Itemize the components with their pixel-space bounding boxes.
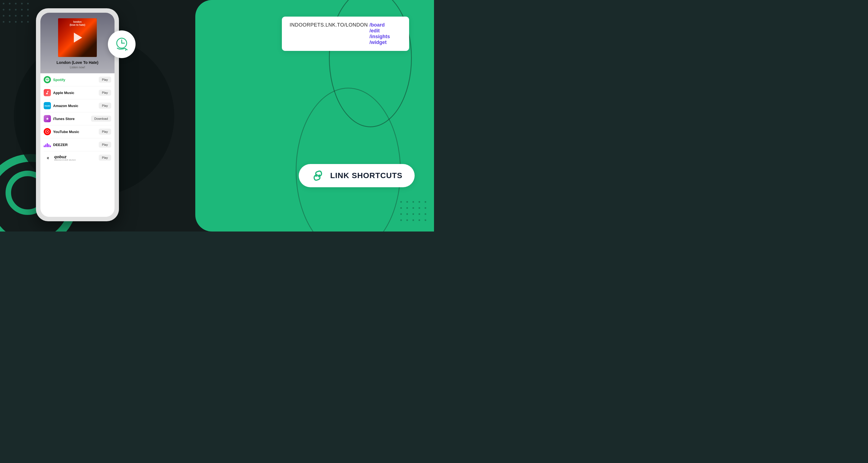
url-content: INDOORPETS.LNK.TO/LONDON /board /edit /i… <box>289 22 401 45</box>
dot-grid-top-left <box>3 3 31 25</box>
song-subtitle: Listen now! <box>70 66 85 69</box>
dot-grid-bottom-right <box>400 201 429 223</box>
svg-rect-3 <box>47 143 48 147</box>
svg-rect-5 <box>50 146 51 147</box>
youtube-music-label: YouTube Music <box>53 130 79 134</box>
apple-music-icon <box>44 89 51 96</box>
svg-rect-2 <box>45 144 46 147</box>
play-icon <box>74 33 82 42</box>
spotify-icon <box>44 76 51 83</box>
svg-rect-1 <box>44 146 45 147</box>
svg-rect-4 <box>49 144 50 147</box>
spotify-play-button[interactable]: Play <box>99 76 111 83</box>
url-path-widget: /widget <box>370 39 390 45</box>
apple-music-label: Apple Music <box>53 91 74 95</box>
scene: london(love to hate) London (Love To Hat… <box>0 0 434 232</box>
phone-mockup: london(love to hate) London (Love To Hat… <box>36 8 119 221</box>
link-shortcuts-button[interactable]: LINK SHORTCUTS <box>299 164 415 187</box>
list-item: DEEZER Play <box>44 138 111 151</box>
service-left: Spotify <box>44 76 65 83</box>
clock-badge <box>108 30 135 58</box>
url-paths: /board /edit /insights /widget <box>370 22 390 45</box>
list-item: Apple Music Play <box>44 86 111 99</box>
service-list: Spotify Play Apple Music Play <box>40 73 115 217</box>
service-left: ★ iTunes Store <box>44 115 75 122</box>
service-left: q qobuz REDISCOVER MUSIC <box>44 154 76 161</box>
url-box: INDOORPETS.LNK.TO/LONDON /board /edit /i… <box>282 17 409 51</box>
amazon-music-label: Amazon Music <box>53 104 78 108</box>
deezer-icon <box>44 141 51 148</box>
url-path-insights: /insights <box>370 34 390 39</box>
itunes-download-button[interactable]: Download <box>91 116 111 122</box>
list-item: music Amazon Music Play <box>44 99 111 112</box>
play-overlay <box>58 18 97 57</box>
clock-icon <box>114 36 130 53</box>
service-left: YouTube Music <box>44 128 79 135</box>
deezer-play-button[interactable]: Play <box>99 142 111 148</box>
url-path-board: /board <box>370 22 390 28</box>
list-item: Spotify Play <box>44 73 111 86</box>
song-title: London (Love To Hate) <box>56 60 98 65</box>
link-shortcuts-label: LINK SHORTCUTS <box>330 171 402 180</box>
url-path-edit: /edit <box>370 28 390 34</box>
apple-music-play-button[interactable]: Play <box>99 90 111 96</box>
phone-header: london(love to hate) London (Love To Hat… <box>40 13 115 73</box>
album-art: london(love to hate) <box>58 18 97 57</box>
service-left: Apple Music <box>44 89 74 96</box>
url-base-text: INDOORPETS.LNK.TO/LONDON <box>289 22 368 28</box>
service-left: DEEZER <box>44 141 68 148</box>
youtube-music-play-button[interactable]: Play <box>99 129 111 135</box>
deezer-label: DEEZER <box>53 143 68 147</box>
service-left: music Amazon Music <box>44 102 78 109</box>
spotify-label: Spotify <box>53 78 65 82</box>
list-item: ★ iTunes Store Download <box>44 112 111 125</box>
list-item: q qobuz REDISCOVER MUSIC Play <box>44 151 111 164</box>
phone-screen: london(love to hate) London (Love To Hat… <box>40 13 115 217</box>
amazon-music-play-button[interactable]: Play <box>99 103 111 109</box>
amazon-music-icon: music <box>44 102 51 109</box>
list-item: YouTube Music Play <box>44 125 111 138</box>
chain-link-icon <box>311 170 325 181</box>
youtube-music-icon <box>44 128 51 135</box>
itunes-label: iTunes Store <box>53 117 75 121</box>
itunes-icon: ★ <box>44 115 51 122</box>
qobuz-label: qobuz <box>54 154 76 159</box>
qobuz-icon: q <box>44 154 52 161</box>
qobuz-play-button[interactable]: Play <box>99 155 111 161</box>
